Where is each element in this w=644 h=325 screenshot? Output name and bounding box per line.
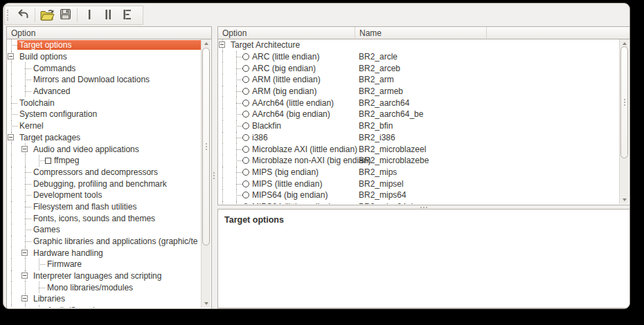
collapse-toggle[interactable] (21, 270, 31, 282)
config-row[interactable]: Microblaze AXI (little endian)BR2_microb… (219, 143, 619, 155)
minus-box-icon[interactable] (21, 146, 28, 152)
radio-icon[interactable] (242, 203, 249, 204)
scroll-up-icon[interactable] (623, 42, 627, 45)
radio-icon[interactable] (242, 122, 249, 129)
tree-guide-line (8, 189, 21, 201)
left-scrollbar[interactable] (201, 39, 211, 308)
open-button[interactable] (37, 7, 56, 24)
panel-splitter-horizontal[interactable] (217, 205, 630, 209)
column-header-name[interactable]: Name (355, 27, 487, 39)
minus-box-icon[interactable] (219, 41, 225, 48)
tree-guide-line (8, 143, 21, 155)
tree-row[interactable]: Graphic libraries and applications (grap… (8, 236, 201, 248)
tree-row[interactable]: Firmware (8, 259, 201, 270)
radio-icon[interactable] (242, 100, 249, 106)
radio-icon[interactable] (242, 88, 249, 95)
minus-box-icon[interactable] (8, 53, 14, 59)
tree-row[interactable]: Audio and video applications (8, 143, 201, 155)
config-row[interactable]: MIPS64 (little endian)BR2_mips64el (219, 201, 619, 204)
symbol-name: BR2_mips64el (359, 201, 413, 204)
tree-row[interactable]: Commands (8, 62, 201, 74)
collapse-toggle[interactable] (219, 39, 229, 51)
collapse-toggle[interactable] (21, 293, 31, 305)
tree-row[interactable]: Filesystem and flash utilities (8, 201, 201, 213)
tree-row[interactable]: ffmpeg (8, 155, 201, 167)
config-row[interactable]: Microblaze non-AXI (big endian)BR2_micro… (219, 155, 619, 167)
minus-box-icon[interactable] (21, 250, 28, 256)
config-row[interactable]: ARM (big endian)BR2_armeb (219, 86, 619, 98)
tree-row[interactable]: System configuration (8, 109, 201, 120)
column-header-empty[interactable] (487, 27, 629, 39)
scroll-up-icon[interactable] (204, 42, 208, 45)
tree-row[interactable]: Target packages (8, 132, 201, 144)
config-row[interactable]: ARC (big endian)BR2_arceb (219, 62, 619, 74)
left-scrollbar-thumb[interactable] (202, 48, 210, 245)
split-view-button[interactable] (98, 7, 117, 24)
right-scrollbar[interactable] (619, 39, 629, 204)
tree-row[interactable]: Kernel (8, 120, 201, 132)
config-row[interactable]: AArch64 (little endian)BR2_aarch64 (219, 97, 619, 109)
radio-icon[interactable] (242, 111, 249, 118)
single-view-button[interactable] (80, 7, 98, 24)
tree-row[interactable]: Compressors and decompressors (8, 167, 201, 178)
tree-connector (21, 167, 31, 178)
radio-icon[interactable] (242, 134, 249, 141)
collapse-toggle[interactable] (21, 247, 31, 259)
config-row[interactable]: BlackfinBR2_bfin (219, 120, 619, 132)
tree-row[interactable]: Mirrors and Download locations (8, 74, 201, 86)
radio-icon[interactable] (242, 157, 249, 164)
right-scrollbar-thumb[interactable] (620, 46, 628, 158)
tree-row[interactable]: Fonts, icons, sounds and themes (8, 212, 201, 224)
tree-row[interactable]: Hardware handling (8, 247, 201, 259)
collapse-toggle[interactable] (21, 143, 31, 155)
tree-row[interactable]: Build options (8, 51, 201, 63)
tree-guide-line (219, 97, 233, 109)
tree-row[interactable]: Advanced (8, 86, 201, 98)
checkbox-icon[interactable] (45, 158, 51, 164)
config-row[interactable]: i386BR2_i386 (219, 132, 619, 144)
tree-row[interactable]: Games (8, 224, 201, 236)
radio-icon[interactable] (242, 180, 249, 187)
tree-row[interactable]: Development tools (8, 189, 201, 201)
minus-box-icon[interactable] (21, 295, 28, 301)
tree-row[interactable]: Debugging, profiling and benchmark (8, 178, 201, 189)
column-header-option[interactable]: Option (7, 27, 211, 39)
minus-box-icon[interactable] (21, 272, 28, 279)
config-row[interactable]: ARM (little endian)BR2_arm (219, 74, 619, 86)
scroll-down-icon[interactable] (623, 198, 627, 201)
tree-row[interactable]: Audio/Sound (8, 305, 201, 308)
radio-icon[interactable] (242, 169, 249, 176)
collapse-toggle[interactable] (8, 132, 17, 144)
config-row[interactable]: MIPS (big endian)BR2_mips (219, 167, 619, 178)
collapse-toggle[interactable] (8, 51, 17, 63)
config-row[interactable]: AArch64 (big endian)BR2_aarch64_be (219, 109, 619, 120)
radio-icon[interactable] (242, 192, 249, 198)
symbol-name: BR2_arcle (359, 51, 397, 63)
radio-icon[interactable] (242, 76, 249, 83)
tree-row[interactable]: Interpreter languages and scripting (8, 270, 201, 282)
minus-box-icon[interactable] (8, 134, 14, 140)
tree-connector (233, 86, 242, 98)
config-row[interactable]: MIPS64 (big endian)BR2_mips64 (219, 189, 619, 201)
full-view-button[interactable] (117, 7, 136, 24)
scroll-down-icon[interactable] (204, 302, 208, 305)
tree-connector (21, 74, 31, 86)
radio-icon[interactable] (242, 53, 249, 60)
row-label: Hardware handling (31, 248, 201, 258)
config-row[interactable]: MIPS (little endian)BR2_mipsel (219, 178, 619, 189)
config-row[interactable]: Target Architecture (219, 39, 619, 51)
symbol-name: BR2_i386 (359, 132, 395, 144)
column-header-option[interactable]: Option (218, 27, 355, 39)
undo-button[interactable] (14, 7, 33, 24)
tree-row[interactable]: Mono libraries/modules (8, 281, 201, 293)
panel-splitter-vertical[interactable] (212, 26, 217, 309)
row-label: Microblaze AXI (little endian) (250, 145, 359, 154)
radio-icon[interactable] (242, 65, 249, 72)
tree-row[interactable]: Libraries (8, 293, 201, 305)
save-button[interactable] (56, 7, 75, 24)
config-row[interactable]: ARC (little endian)BR2_arcle (219, 51, 619, 63)
radio-icon[interactable] (242, 146, 249, 153)
toolbar-drag-handle[interactable] (7, 10, 11, 21)
tree-row[interactable]: Target options (8, 39, 201, 51)
tree-row[interactable]: Toolchain (8, 97, 201, 109)
